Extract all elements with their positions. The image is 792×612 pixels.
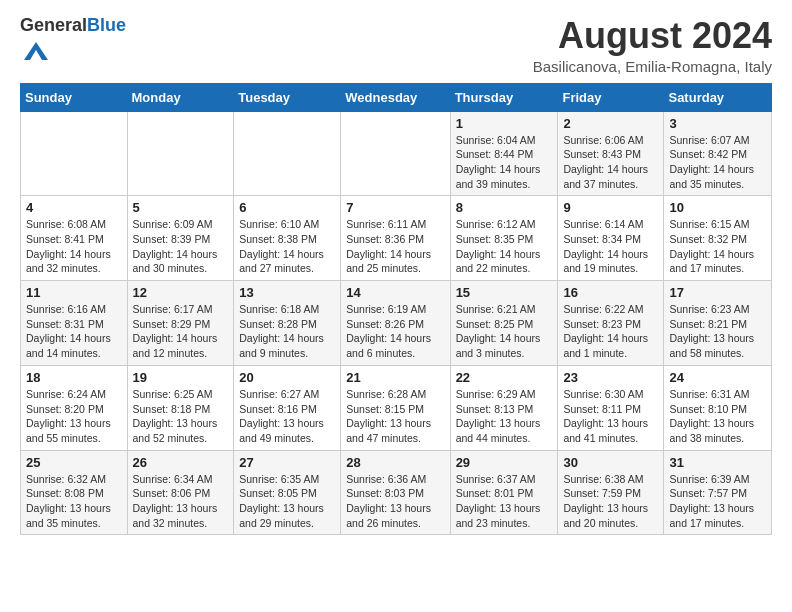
day-number: 27 [239, 455, 335, 470]
table-row [127, 111, 234, 196]
calendar-week-3: 11Sunrise: 6:16 AMSunset: 8:31 PMDayligh… [21, 281, 772, 366]
table-row: 1Sunrise: 6:04 AMSunset: 8:44 PMDaylight… [450, 111, 558, 196]
day-info: Sunrise: 6:28 AMSunset: 8:15 PMDaylight:… [346, 387, 444, 446]
title-block: August 2024 Basilicanova, Emilia-Romagna… [533, 16, 772, 75]
day-info: Sunrise: 6:22 AMSunset: 8:23 PMDaylight:… [563, 302, 658, 361]
day-number: 3 [669, 116, 766, 131]
day-info: Sunrise: 6:34 AMSunset: 8:06 PMDaylight:… [133, 472, 229, 531]
day-number: 14 [346, 285, 444, 300]
day-number: 31 [669, 455, 766, 470]
table-row: 30Sunrise: 6:38 AMSunset: 7:59 PMDayligh… [558, 450, 664, 535]
table-row: 31Sunrise: 6:39 AMSunset: 7:57 PMDayligh… [664, 450, 772, 535]
day-info: Sunrise: 6:19 AMSunset: 8:26 PMDaylight:… [346, 302, 444, 361]
day-info: Sunrise: 6:18 AMSunset: 8:28 PMDaylight:… [239, 302, 335, 361]
table-row: 19Sunrise: 6:25 AMSunset: 8:18 PMDayligh… [127, 365, 234, 450]
table-row: 2Sunrise: 6:06 AMSunset: 8:43 PMDaylight… [558, 111, 664, 196]
table-row: 12Sunrise: 6:17 AMSunset: 8:29 PMDayligh… [127, 281, 234, 366]
day-number: 7 [346, 200, 444, 215]
day-number: 28 [346, 455, 444, 470]
day-number: 22 [456, 370, 553, 385]
table-row: 22Sunrise: 6:29 AMSunset: 8:13 PMDayligh… [450, 365, 558, 450]
logo-text: GeneralBlue [20, 16, 126, 36]
table-row: 16Sunrise: 6:22 AMSunset: 8:23 PMDayligh… [558, 281, 664, 366]
day-info: Sunrise: 6:10 AMSunset: 8:38 PMDaylight:… [239, 217, 335, 276]
table-row: 4Sunrise: 6:08 AMSunset: 8:41 PMDaylight… [21, 196, 128, 281]
day-info: Sunrise: 6:08 AMSunset: 8:41 PMDaylight:… [26, 217, 122, 276]
day-info: Sunrise: 6:09 AMSunset: 8:39 PMDaylight:… [133, 217, 229, 276]
col-saturday: Saturday [664, 83, 772, 111]
calendar-week-1: 1Sunrise: 6:04 AMSunset: 8:44 PMDaylight… [21, 111, 772, 196]
table-row: 27Sunrise: 6:35 AMSunset: 8:05 PMDayligh… [234, 450, 341, 535]
day-number: 29 [456, 455, 553, 470]
table-row [21, 111, 128, 196]
table-row: 20Sunrise: 6:27 AMSunset: 8:16 PMDayligh… [234, 365, 341, 450]
day-number: 25 [26, 455, 122, 470]
day-info: Sunrise: 6:32 AMSunset: 8:08 PMDaylight:… [26, 472, 122, 531]
day-info: Sunrise: 6:36 AMSunset: 8:03 PMDaylight:… [346, 472, 444, 531]
table-row: 13Sunrise: 6:18 AMSunset: 8:28 PMDayligh… [234, 281, 341, 366]
day-number: 26 [133, 455, 229, 470]
day-number: 30 [563, 455, 658, 470]
table-row: 7Sunrise: 6:11 AMSunset: 8:36 PMDaylight… [341, 196, 450, 281]
calendar-table: Sunday Monday Tuesday Wednesday Thursday… [20, 83, 772, 536]
calendar-week-2: 4Sunrise: 6:08 AMSunset: 8:41 PMDaylight… [21, 196, 772, 281]
day-number: 16 [563, 285, 658, 300]
table-row: 10Sunrise: 6:15 AMSunset: 8:32 PMDayligh… [664, 196, 772, 281]
day-number: 15 [456, 285, 553, 300]
table-row: 14Sunrise: 6:19 AMSunset: 8:26 PMDayligh… [341, 281, 450, 366]
day-number: 5 [133, 200, 229, 215]
day-info: Sunrise: 6:06 AMSunset: 8:43 PMDaylight:… [563, 133, 658, 192]
calendar-week-4: 18Sunrise: 6:24 AMSunset: 8:20 PMDayligh… [21, 365, 772, 450]
table-row: 17Sunrise: 6:23 AMSunset: 8:21 PMDayligh… [664, 281, 772, 366]
day-info: Sunrise: 6:07 AMSunset: 8:42 PMDaylight:… [669, 133, 766, 192]
day-number: 24 [669, 370, 766, 385]
col-thursday: Thursday [450, 83, 558, 111]
logo-icon [22, 36, 50, 64]
table-row: 24Sunrise: 6:31 AMSunset: 8:10 PMDayligh… [664, 365, 772, 450]
table-row: 5Sunrise: 6:09 AMSunset: 8:39 PMDaylight… [127, 196, 234, 281]
day-number: 19 [133, 370, 229, 385]
day-info: Sunrise: 6:16 AMSunset: 8:31 PMDaylight:… [26, 302, 122, 361]
day-info: Sunrise: 6:23 AMSunset: 8:21 PMDaylight:… [669, 302, 766, 361]
day-number: 1 [456, 116, 553, 131]
day-info: Sunrise: 6:17 AMSunset: 8:29 PMDaylight:… [133, 302, 229, 361]
day-info: Sunrise: 6:12 AMSunset: 8:35 PMDaylight:… [456, 217, 553, 276]
table-row: 3Sunrise: 6:07 AMSunset: 8:42 PMDaylight… [664, 111, 772, 196]
table-row [341, 111, 450, 196]
table-row: 6Sunrise: 6:10 AMSunset: 8:38 PMDaylight… [234, 196, 341, 281]
day-info: Sunrise: 6:27 AMSunset: 8:16 PMDaylight:… [239, 387, 335, 446]
day-number: 2 [563, 116, 658, 131]
col-friday: Friday [558, 83, 664, 111]
col-tuesday: Tuesday [234, 83, 341, 111]
day-number: 12 [133, 285, 229, 300]
location: Basilicanova, Emilia-Romagna, Italy [533, 58, 772, 75]
day-info: Sunrise: 6:29 AMSunset: 8:13 PMDaylight:… [456, 387, 553, 446]
day-info: Sunrise: 6:37 AMSunset: 8:01 PMDaylight:… [456, 472, 553, 531]
day-info: Sunrise: 6:25 AMSunset: 8:18 PMDaylight:… [133, 387, 229, 446]
logo-general: General [20, 15, 87, 35]
day-info: Sunrise: 6:24 AMSunset: 8:20 PMDaylight:… [26, 387, 122, 446]
day-info: Sunrise: 6:11 AMSunset: 8:36 PMDaylight:… [346, 217, 444, 276]
day-info: Sunrise: 6:21 AMSunset: 8:25 PMDaylight:… [456, 302, 553, 361]
col-monday: Monday [127, 83, 234, 111]
table-row: 9Sunrise: 6:14 AMSunset: 8:34 PMDaylight… [558, 196, 664, 281]
table-row: 8Sunrise: 6:12 AMSunset: 8:35 PMDaylight… [450, 196, 558, 281]
day-number: 23 [563, 370, 658, 385]
day-info: Sunrise: 6:38 AMSunset: 7:59 PMDaylight:… [563, 472, 658, 531]
day-number: 13 [239, 285, 335, 300]
day-number: 8 [456, 200, 553, 215]
day-info: Sunrise: 6:30 AMSunset: 8:11 PMDaylight:… [563, 387, 658, 446]
logo: GeneralBlue [20, 16, 126, 68]
header: GeneralBlue August 2024 Basilicanova, Em… [20, 16, 772, 75]
day-number: 11 [26, 285, 122, 300]
day-number: 21 [346, 370, 444, 385]
calendar-header-row: Sunday Monday Tuesday Wednesday Thursday… [21, 83, 772, 111]
day-info: Sunrise: 6:15 AMSunset: 8:32 PMDaylight:… [669, 217, 766, 276]
col-wednesday: Wednesday [341, 83, 450, 111]
table-row: 28Sunrise: 6:36 AMSunset: 8:03 PMDayligh… [341, 450, 450, 535]
col-sunday: Sunday [21, 83, 128, 111]
day-number: 6 [239, 200, 335, 215]
table-row: 26Sunrise: 6:34 AMSunset: 8:06 PMDayligh… [127, 450, 234, 535]
table-row: 29Sunrise: 6:37 AMSunset: 8:01 PMDayligh… [450, 450, 558, 535]
table-row: 15Sunrise: 6:21 AMSunset: 8:25 PMDayligh… [450, 281, 558, 366]
